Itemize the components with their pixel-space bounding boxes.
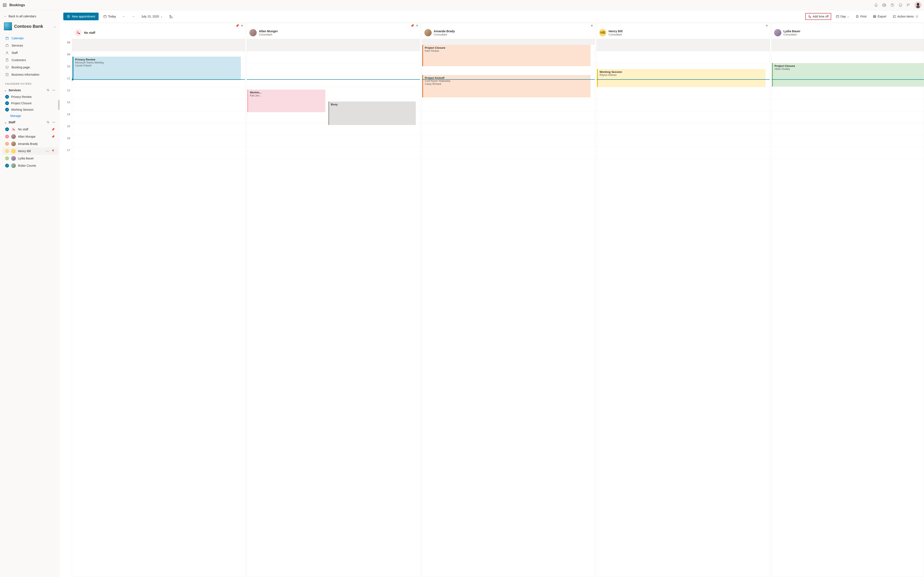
event-subtitle: Conf Room Yelahanka bbox=[425, 79, 589, 82]
nav-calendar[interactable]: Calendar bbox=[2, 35, 58, 42]
more-icon[interactable]: ⋯ bbox=[52, 120, 56, 124]
close-icon[interactable]: ✕ bbox=[591, 24, 593, 27]
day-view-button[interactable]: Day ⌄ bbox=[834, 13, 851, 19]
services-filter-head[interactable]: ⌄ Services ⋯ bbox=[2, 87, 58, 93]
search-icon[interactable] bbox=[46, 88, 50, 92]
event-project-closure[interactable]: Project Closure Albert Dudley bbox=[772, 63, 924, 87]
new-appointment-button[interactable]: New appointment bbox=[63, 13, 99, 20]
staff-filter-robin[interactable]: ✓ Robin Counts bbox=[2, 162, 58, 169]
avatar-icon bbox=[11, 156, 16, 161]
avatar-icon bbox=[249, 29, 257, 36]
event-title: Privacy Review bbox=[75, 58, 239, 61]
svg-rect-24 bbox=[873, 15, 876, 18]
event-subtitle: Katri Ahokas bbox=[425, 49, 589, 52]
weather-button[interactable] bbox=[167, 13, 174, 20]
manage-services-link[interactable]: Manage bbox=[2, 113, 58, 119]
close-icon[interactable]: ✕ bbox=[241, 24, 243, 27]
more-icon[interactable]: ⋯ bbox=[45, 149, 49, 153]
column-body[interactable]: Privacy Review Microsoft Teams Meeting C… bbox=[72, 39, 245, 577]
column-body[interactable]: Project Closure Albert Dudley bbox=[772, 39, 924, 577]
app-launcher-icon[interactable] bbox=[3, 3, 7, 7]
hour-label: 16 bbox=[61, 137, 72, 148]
service-filter-closure[interactable]: ✓ Project Closure bbox=[2, 100, 58, 106]
prev-day-button[interactable]: ← bbox=[121, 13, 127, 19]
hour-label: 11 bbox=[61, 77, 72, 89]
event-project-kickoff[interactable]: Project Kickoff Conf Room Yelahanka Care… bbox=[422, 75, 591, 97]
staff-filter-henry[interactable]: ✓ Henry Bill ⋯ 📍 bbox=[2, 147, 58, 155]
event-subtitle: Carole Poland bbox=[75, 64, 239, 67]
event-subtitle: Reyna Holman bbox=[599, 74, 764, 76]
business-header[interactable]: Contoso Bank ⌄ bbox=[2, 19, 58, 34]
chevron-down-icon[interactable]: ⌄ bbox=[53, 24, 56, 28]
check-dot-icon: ✓ bbox=[5, 164, 9, 168]
check-badge-icon: ✓ bbox=[915, 15, 919, 18]
briefcase-icon bbox=[5, 44, 9, 47]
nav-services[interactable]: Services bbox=[2, 42, 58, 49]
action-items-button[interactable]: Action items ✓ bbox=[891, 13, 921, 20]
bell-icon[interactable] bbox=[874, 3, 878, 7]
arrow-right-icon: → bbox=[132, 15, 135, 18]
nav-customers[interactable]: Customers bbox=[2, 56, 58, 64]
column-body[interactable]: Workin... Kat Lars... Busy bbox=[247, 39, 420, 577]
pin-icon[interactable]: 📌 bbox=[51, 135, 55, 138]
monitor-icon bbox=[5, 66, 9, 69]
service-filter-privacy[interactable]: ✓ Privacy Review bbox=[2, 93, 58, 100]
column-body[interactable]: Project Closure Katri Ahokas Project Kic… bbox=[422, 39, 595, 577]
close-icon[interactable]: ✕ bbox=[766, 24, 768, 27]
filters-title: CALENDAR FILTERS bbox=[2, 78, 58, 87]
column-body[interactable]: Working Session Reyna Holman bbox=[596, 39, 770, 577]
staff-filter-amanda[interactable]: ✓ Amanda Brady bbox=[2, 140, 58, 147]
close-icon[interactable]: ✕ bbox=[416, 24, 418, 27]
flag-icon[interactable] bbox=[906, 3, 911, 7]
staff-filter-allan[interactable]: ✓ Allan Mungar 📌 bbox=[2, 133, 58, 140]
filter-label: Project Closure bbox=[11, 102, 32, 105]
event-privacy-review[interactable]: Privacy Review Microsoft Teams Meeting C… bbox=[73, 56, 241, 80]
staff-column-allan: 📌 ✕ Allan Munger Consultant bbox=[247, 23, 420, 577]
nav-booking-page[interactable]: Booking page bbox=[2, 64, 58, 71]
back-label: Back to all calendars bbox=[8, 15, 36, 18]
svg-point-0 bbox=[884, 5, 885, 6]
building-icon bbox=[5, 73, 9, 76]
current-time-line bbox=[596, 79, 770, 80]
event-busy[interactable]: Busy bbox=[328, 102, 416, 125]
smiley-feedback-icon[interactable] bbox=[898, 3, 903, 7]
pin-icon[interactable]: 📌 bbox=[51, 128, 55, 131]
nav-staff[interactable]: Staff bbox=[2, 49, 58, 56]
user-avatar[interactable] bbox=[914, 2, 921, 8]
pin-outline-icon[interactable]: 📍 bbox=[51, 149, 55, 153]
excel-icon bbox=[873, 15, 876, 18]
service-filter-working[interactable]: ✓ Working Session bbox=[2, 106, 58, 113]
today-button[interactable]: Today bbox=[102, 13, 118, 19]
back-to-calendars-link[interactable]: ← Back to all calendars bbox=[2, 13, 58, 19]
staff-filter-nostaff[interactable]: ✓ No staff 📌 bbox=[2, 126, 58, 133]
staff-role: Consultant bbox=[434, 33, 455, 36]
event-project-closure[interactable]: Project Closure Katri Ahokas bbox=[422, 45, 591, 66]
svg-rect-22 bbox=[836, 15, 839, 18]
help-icon[interactable] bbox=[890, 3, 895, 7]
app-title: Bookings bbox=[10, 3, 25, 7]
print-button[interactable]: Print bbox=[854, 13, 868, 19]
nav-business-info[interactable]: Business information bbox=[2, 71, 58, 78]
event-working[interactable]: Workin... Kat Lars... bbox=[247, 90, 325, 112]
avatar-icon bbox=[11, 134, 16, 139]
settings-gear-icon[interactable] bbox=[882, 3, 886, 7]
event-working-session[interactable]: Working Session Reyna Holman bbox=[597, 69, 765, 87]
pin-icon[interactable]: 📌 bbox=[236, 24, 239, 27]
staff-filter-lydia[interactable]: ✓ Lydia Bauer bbox=[2, 155, 58, 162]
calendar-grid: 08 09 10 11 12 13 14 15 16 17 📌 bbox=[60, 23, 924, 577]
avatar-icon: HB bbox=[599, 29, 606, 36]
event-title: Busy bbox=[331, 103, 414, 106]
add-time-off-button[interactable]: Add time off bbox=[805, 13, 831, 20]
more-icon[interactable]: ⋯ bbox=[52, 88, 56, 92]
event-title: Project Closure bbox=[774, 64, 922, 68]
date-picker-button[interactable]: July 15, 2020 ⌄ bbox=[139, 13, 164, 19]
export-button[interactable]: Export bbox=[871, 13, 888, 19]
check-dot-icon: ✓ bbox=[5, 108, 9, 111]
arrow-left-icon: ← bbox=[4, 15, 7, 18]
pin-icon[interactable]: 📌 bbox=[410, 24, 414, 27]
sidebar-scrollbar[interactable] bbox=[58, 100, 60, 110]
button-label: Print bbox=[860, 15, 866, 18]
next-day-button[interactable]: → bbox=[130, 13, 136, 19]
staff-filter-head[interactable]: ⌄ Staff ⋯ bbox=[2, 119, 58, 126]
search-icon[interactable] bbox=[46, 120, 50, 124]
